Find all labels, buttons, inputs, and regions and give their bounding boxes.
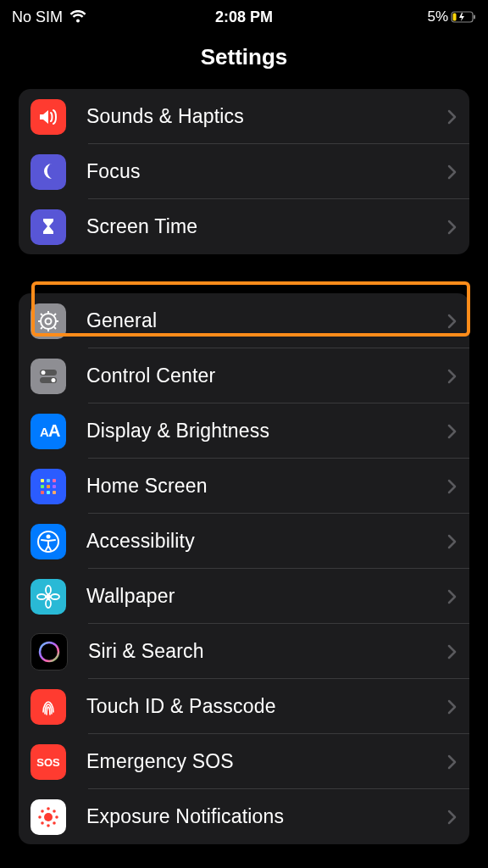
row-label: Siri & Search [88, 640, 447, 663]
svg-rect-22 [41, 485, 44, 488]
svg-point-32 [46, 599, 51, 608]
row-wallpaper[interactable]: Wallpaper [19, 569, 469, 624]
page-title: Settings [0, 29, 488, 89]
chevron-right-icon [447, 424, 458, 439]
chevron-right-icon [447, 314, 458, 329]
svg-point-43 [53, 810, 56, 813]
svg-point-35 [40, 643, 58, 661]
svg-rect-27 [53, 491, 56, 494]
siri-icon [30, 633, 68, 670]
svg-point-4 [46, 318, 52, 324]
speaker-icon [30, 99, 66, 135]
row-label: Display & Brightness [86, 420, 447, 442]
row-label: General [86, 309, 447, 332]
svg-line-9 [41, 314, 42, 315]
fingerprint-icon [30, 689, 66, 725]
svg-rect-24 [53, 485, 56, 488]
svg-point-34 [51, 594, 59, 599]
svg-text:SOS: SOS [36, 756, 60, 769]
svg-rect-26 [47, 491, 50, 494]
row-screen-time[interactable]: Screen Time [19, 199, 469, 254]
hourglass-icon [30, 209, 66, 245]
svg-point-3 [41, 314, 56, 329]
svg-text:A: A [48, 421, 60, 440]
row-label: Screen Time [86, 215, 447, 238]
row-label: Emergency SOS [86, 750, 447, 773]
row-emergency-sos[interactable]: SOS Emergency SOS [19, 734, 469, 789]
chevron-right-icon [447, 164, 458, 180]
svg-line-11 [54, 314, 56, 315]
svg-point-37 [44, 813, 53, 821]
battery-icon [451, 11, 476, 23]
row-label: Accessibility [86, 530, 447, 553]
chevron-right-icon [447, 589, 458, 604]
svg-rect-1 [474, 15, 475, 19]
settings-group-1: Sounds & Haptics Focus Screen Time [19, 89, 469, 254]
row-siri-search[interactable]: Siri & Search [19, 624, 469, 679]
chevron-right-icon [447, 699, 458, 715]
svg-point-41 [55, 815, 58, 819]
svg-point-42 [41, 810, 44, 813]
battery-pct: 5% [427, 8, 448, 25]
carrier-text: No SIM [12, 8, 63, 26]
svg-point-31 [46, 586, 51, 594]
chevron-right-icon [447, 754, 458, 770]
row-label: Exposure Notifications [86, 805, 447, 828]
gear-icon [30, 303, 66, 339]
toggles-icon [30, 359, 66, 394]
settings-group-2: General Control Center AA Display & Brig… [19, 293, 469, 844]
svg-point-38 [47, 807, 50, 810]
row-label: Home Screen [86, 475, 447, 498]
chevron-right-icon [447, 810, 458, 825]
row-label: Focus [86, 160, 447, 183]
svg-rect-23 [47, 485, 50, 488]
chevron-right-icon [447, 534, 458, 549]
svg-rect-19 [41, 479, 44, 482]
flower-icon [30, 579, 66, 615]
row-focus[interactable]: Focus [19, 144, 469, 199]
svg-point-39 [47, 824, 50, 827]
svg-rect-20 [47, 479, 50, 482]
row-label: Control Center [86, 364, 447, 387]
row-control-center[interactable]: Control Center [19, 348, 469, 403]
row-touch-id[interactable]: Touch ID & Passcode [19, 679, 469, 734]
chevron-right-icon [447, 369, 458, 384]
svg-point-45 [53, 821, 56, 825]
row-exposure-notifications[interactable]: Exposure Notifications [19, 789, 469, 844]
row-general[interactable]: General [19, 293, 469, 348]
sos-icon: SOS [30, 744, 66, 780]
grid-icon [30, 469, 66, 504]
svg-rect-2 [453, 14, 457, 21]
wifi-icon [69, 10, 86, 24]
accessibility-icon [30, 524, 66, 559]
svg-point-40 [38, 815, 42, 819]
chevron-right-icon [447, 644, 458, 659]
moon-icon [30, 154, 66, 190]
row-label: Touch ID & Passcode [86, 695, 447, 718]
chevron-right-icon [447, 220, 458, 235]
svg-point-16 [52, 378, 56, 382]
row-label: Sounds & Haptics [86, 105, 447, 128]
svg-point-29 [47, 534, 51, 538]
row-home-screen[interactable]: Home Screen [19, 459, 469, 514]
row-accessibility[interactable]: Accessibility [19, 514, 469, 569]
svg-line-10 [54, 327, 56, 329]
row-label: Wallpaper [86, 585, 447, 608]
row-sounds-haptics[interactable]: Sounds & Haptics [19, 89, 469, 144]
svg-point-44 [41, 821, 44, 825]
svg-point-33 [37, 594, 46, 599]
chevron-right-icon [447, 479, 458, 494]
status-bar: No SIM 2:08 PM 5% [0, 0, 488, 29]
row-display-brightness[interactable]: AA Display & Brightness [19, 403, 469, 459]
svg-rect-25 [41, 491, 44, 494]
svg-point-30 [46, 594, 51, 599]
svg-point-14 [42, 370, 46, 375]
exposure-icon [30, 799, 66, 835]
svg-line-12 [41, 327, 42, 329]
text-size-icon: AA [30, 414, 66, 449]
svg-rect-21 [53, 479, 56, 482]
chevron-right-icon [447, 109, 458, 125]
